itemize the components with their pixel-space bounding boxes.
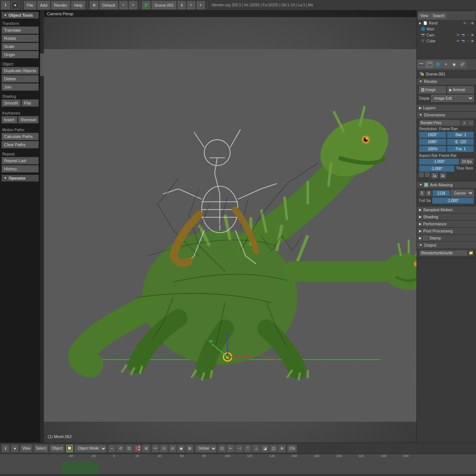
- render8-icon[interactable]: ⊕: [278, 444, 286, 453]
- layout-icon[interactable]: ⊞: [90, 1, 98, 9]
- smooth-btn[interactable]: Smooth: [1, 99, 21, 107]
- cube-cam[interactable]: 📷: [461, 39, 465, 43]
- render2-icon[interactable]: ⊢: [226, 444, 235, 453]
- layout-add[interactable]: +: [119, 1, 128, 9]
- info-icon[interactable]: ℹ: [1, 1, 10, 9]
- cam-cam[interactable]: 📷: [461, 33, 465, 37]
- scene-add[interactable]: +: [187, 1, 195, 9]
- menu-render[interactable]: Render: [51, 1, 70, 9]
- tool4-icon[interactable]: ◉: [177, 444, 185, 453]
- prop-icon-scene[interactable]: 🌐: [434, 61, 441, 68]
- object-tools-title[interactable]: ▼ Object Tools: [1, 12, 39, 19]
- outliner-item-worl[interactable]: 🌐 Worl: [418, 26, 475, 32]
- clear-paths-btn[interactable]: Clear Paths: [1, 141, 39, 148]
- end-field[interactable]: ·E: 120: [447, 139, 474, 145]
- checkbox2[interactable]: [425, 173, 430, 177]
- mode-dropdown[interactable]: Object Mode: [74, 444, 107, 453]
- output-path-field[interactable]: [419, 250, 468, 256]
- flat-btn[interactable]: Flat: [22, 99, 39, 107]
- cam-extra2[interactable]: ⊞: [471, 33, 474, 37]
- prop-icon-constraint[interactable]: 🔗: [459, 61, 466, 68]
- preset-minus[interactable]: -: [468, 120, 474, 126]
- prop-icon-camera[interactable]: 📷: [418, 61, 425, 68]
- cube-extra2[interactable]: ⊞: [471, 39, 474, 43]
- translate-icon[interactable]: ↔: [108, 444, 116, 453]
- val-2[interactable]: 1▸: [440, 173, 447, 179]
- snap2-icon[interactable]: ⊞: [142, 444, 150, 453]
- outliner-view-btn[interactable]: View: [418, 13, 430, 19]
- fra-field[interactable]: ·Fra: 1: [447, 146, 474, 152]
- render4-icon[interactable]: ⊤: [244, 444, 252, 453]
- tool1-icon[interactable]: ✂: [151, 444, 160, 453]
- dimensions-header[interactable]: ▼ Dimensions: [417, 112, 476, 118]
- performance-section[interactable]: ▶ Performance: [417, 221, 476, 228]
- cam-extra1[interactable]: →: [467, 33, 470, 37]
- left-scrollbar-thumb[interactable]: [40, 54, 44, 76]
- aa-header[interactable]: ▼ ✓ Anti-Aliasing: [417, 181, 476, 188]
- aspect-x-field[interactable]: ·1.000°: [419, 158, 459, 165]
- prop-icon-render[interactable]: 🎬: [426, 61, 433, 68]
- global-dropdown[interactable]: Global: [195, 444, 217, 453]
- translate-btn[interactable]: Translate: [1, 26, 39, 34]
- aa-val1[interactable]: 5: [419, 190, 425, 196]
- history-btn[interactable]: History...: [1, 165, 39, 173]
- rend-eye[interactable]: 👁: [463, 21, 467, 25]
- tool2-icon[interactable]: ⊙: [160, 444, 168, 453]
- toolbar-info-icon[interactable]: ℹ: [1, 444, 10, 453]
- image-btn[interactable]: 🖼 Image: [419, 86, 446, 93]
- shading-prop-section[interactable]: ▶ Shading: [417, 213, 476, 221]
- tool3-icon[interactable]: ⊘: [168, 444, 177, 453]
- scale-icon[interactable]: ⊡: [125, 444, 133, 453]
- toolbar-select-btn[interactable]: Select: [34, 444, 49, 453]
- render3-icon[interactable]: ⊣: [235, 444, 243, 453]
- aa-filter[interactable]: Gaussi: [451, 190, 474, 197]
- rend-cam[interactable]: ↓: [468, 22, 470, 25]
- layout-close[interactable]: ×: [129, 1, 137, 9]
- snap-icon[interactable]: 🧲: [134, 444, 142, 453]
- origin-btn[interactable]: Origin: [1, 51, 39, 58]
- outliner-item-cube[interactable]: ▽ Cube 👁 📷 → ⊞: [418, 38, 475, 44]
- menu-help[interactable]: Help: [71, 1, 85, 9]
- anim-btn[interactable]: ▶ Animati: [447, 86, 474, 93]
- duplicate-btn[interactable]: Duplicate Objects: [1, 67, 39, 74]
- left-scrollbar[interactable]: [40, 10, 44, 443]
- close-btn[interactable]: Clo: [287, 444, 297, 453]
- rotate-icon[interactable]: ↺: [116, 444, 125, 453]
- aa-checkbox[interactable]: ✓: [424, 183, 428, 187]
- aa-val3[interactable]: 1116: [432, 190, 450, 196]
- percent-field[interactable]: 100%: [419, 146, 446, 152]
- timeline-content[interactable]: [0, 461, 476, 474]
- scale-btn[interactable]: Scale: [1, 43, 39, 50]
- render6-icon[interactable]: ◪: [261, 444, 269, 453]
- prop-icon-object[interactable]: ▣: [450, 61, 458, 68]
- layers-section[interactable]: ▶ Layers: [417, 104, 476, 112]
- delete-btn[interactable]: Delete: [1, 75, 39, 83]
- output-browse[interactable]: 📁: [469, 250, 474, 256]
- menu-file[interactable]: File: [24, 1, 36, 9]
- toolbar-view-btn[interactable]: View: [20, 444, 33, 453]
- preset-plus[interactable]: +: [461, 120, 467, 126]
- remove-btn[interactable]: Remove: [18, 116, 39, 123]
- operator-title[interactable]: ▼ Operator: [1, 175, 39, 181]
- aa-val2[interactable]: 8: [426, 190, 432, 196]
- preset-dropdown[interactable]: Render Pres: [419, 120, 461, 126]
- calculate-paths-btn[interactable]: Calculate Paths: [1, 133, 39, 140]
- tool5-icon[interactable]: ⊠: [186, 444, 194, 453]
- aspect-y-field[interactable]: ·1.000°: [419, 165, 454, 172]
- start-field[interactable]: ·Star: 1: [447, 132, 474, 138]
- layout-name[interactable]: Default: [100, 1, 118, 9]
- render-header[interactable]: ▼ Render: [417, 78, 476, 85]
- repeat-last-btn[interactable]: Repeat Last: [1, 157, 39, 164]
- outliner-item-cam[interactable]: 📷 Cam 👁 📷 → ⊞: [418, 32, 475, 38]
- output-header[interactable]: ▼ Output: [417, 242, 476, 248]
- mode-icon[interactable]: ●: [11, 1, 19, 9]
- rotate-btn[interactable]: Rotate: [1, 35, 39, 42]
- fps-btn[interactable]: 24 fps: [460, 158, 474, 165]
- render7-icon[interactable]: ◫: [269, 444, 277, 453]
- sampled-motion-section[interactable]: ▶ Sampled Motion: [417, 206, 476, 213]
- viewport[interactable]: Camera Persp: [44, 10, 416, 443]
- cam-eye[interactable]: 👁: [456, 33, 460, 37]
- full-sa-val[interactable]: ·1.000°: [432, 197, 474, 204]
- stamp-checkbox[interactable]: [423, 236, 428, 240]
- post-processing-section[interactable]: ▶ Post Processing: [417, 228, 476, 235]
